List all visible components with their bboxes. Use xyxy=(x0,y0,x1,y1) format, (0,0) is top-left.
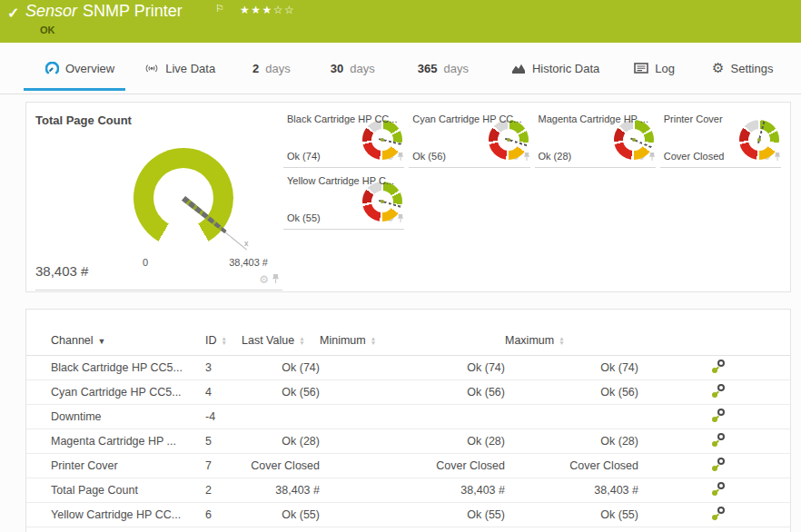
channel-settings-icon[interactable] xyxy=(711,360,725,373)
cell-actions xyxy=(638,502,790,527)
cell-last-value xyxy=(242,404,320,429)
col-header-minimum[interactable]: Minimum▲▼ xyxy=(320,326,505,355)
cell-channel: Cyan Cartridge HP CC5... xyxy=(26,379,205,404)
tab-historic-data[interactable]: Historic Data xyxy=(511,43,599,94)
sort-both-icon: ▲▼ xyxy=(222,336,227,345)
main-gauge-card: Total Page Count x 0 38,403 # 38,403 # ⚙ xyxy=(35,103,282,291)
col-header-id[interactable]: ID▲▼ xyxy=(205,326,242,355)
tab-30-days[interactable]: 30days xyxy=(331,43,375,94)
small-gauge-donut xyxy=(489,120,529,160)
tab-number: 2 xyxy=(252,62,259,75)
cell-id: 5 xyxy=(205,429,242,453)
cell-id: 4 xyxy=(205,379,242,404)
small-gauge-donut xyxy=(362,120,402,160)
cell-channel: Downtime xyxy=(26,404,205,429)
sort-both-icon: ▲▼ xyxy=(559,336,564,345)
cell-channel: Printer Cover xyxy=(26,453,205,478)
wrench-ring xyxy=(717,507,725,514)
gauge-value: 38,403 # xyxy=(35,263,88,279)
small-gauge-title: Yellow Cartridge HP C... xyxy=(287,175,394,186)
flag-icon[interactable]: ⚐ xyxy=(215,3,224,15)
cell-actions xyxy=(638,379,790,404)
small-gauge-value: Ok (28) xyxy=(539,151,572,162)
tab-log[interactable]: Log xyxy=(634,43,675,94)
cell-id: 7 xyxy=(205,453,242,478)
cell-actions xyxy=(638,429,790,453)
table-row-yellow-cartridge-hp-cc[interactable]: Yellow Cartridge HP CC...6Ok (55)Ok (55)… xyxy=(26,502,790,527)
wrench-ring xyxy=(717,433,725,440)
col-header-maximum[interactable]: Maximum▲▼ xyxy=(505,326,638,355)
gauge-card-printer-cover: Printer CoverCover Closed⚙ xyxy=(660,112,781,168)
small-gauges-grid: Black Cartridge HP CC...Ok (74)⚙Cyan Car… xyxy=(283,112,781,230)
pin-icon[interactable] xyxy=(272,271,280,288)
wrench-dot xyxy=(712,466,717,471)
wrench-ring xyxy=(717,409,725,416)
channel-settings-icon[interactable] xyxy=(711,433,725,447)
table-row-magenta-cartridge-hp[interactable]: Magenta Cartridge HP ...5Ok (28)Ok (28)O… xyxy=(26,429,790,453)
cell-last-value: Ok (74) xyxy=(242,355,320,379)
live-icon xyxy=(144,63,159,74)
table-header-row: Channel▼ID▲▼Last Value▲▼Minimum▲▼Maximum… xyxy=(26,326,790,355)
table-row-total-page-count[interactable]: Total Page Count238,403 #38,403 #38,403 … xyxy=(26,478,790,502)
wrench-dot xyxy=(712,392,717,398)
small-gauge-donut xyxy=(362,182,402,222)
cell-last-value: Ok (55) xyxy=(242,502,320,527)
col-label: Channel xyxy=(51,334,94,347)
cell-last-value: Ok (56) xyxy=(242,379,320,404)
cell-actions xyxy=(638,404,790,429)
table-row-black-cartridge-hp-cc5[interactable]: Black Cartridge HP CC5...3Ok (74)Ok (74)… xyxy=(26,355,790,379)
chart-icon xyxy=(511,63,526,74)
cell-channel: Black Cartridge HP CC5... xyxy=(26,355,205,379)
cell-id: 3 xyxy=(205,355,242,379)
tab-2-days[interactable]: 2days xyxy=(252,43,291,94)
table-row-cyan-cartridge-hp-cc5[interactable]: Cyan Cartridge HP CC5...4Ok (56)Ok (56)O… xyxy=(26,379,790,404)
tab-live-data[interactable]: Live Data xyxy=(144,43,215,94)
table-row-printer-cover[interactable]: Printer Cover7Cover ClosedCover ClosedCo… xyxy=(26,453,790,478)
small-gauge-value: Ok (74) xyxy=(287,151,321,162)
gauge-card-controls: ⚙ xyxy=(259,271,280,288)
cell-minimum: Ok (55) xyxy=(320,502,505,527)
col-header-channel[interactable]: Channel▼ xyxy=(26,326,205,355)
channels-panel: Channel▼ID▲▼Last Value▲▼Minimum▲▼Maximum… xyxy=(25,309,791,532)
cell-channel: Magenta Cartridge HP ... xyxy=(26,429,205,453)
cell-maximum: Ok (56) xyxy=(505,379,638,404)
tab-label: days xyxy=(350,62,374,75)
channel-settings-icon[interactable] xyxy=(711,507,725,520)
col-label: Minimum xyxy=(320,334,366,347)
col-header-last-value[interactable]: Last Value▲▼ xyxy=(242,326,320,355)
cell-minimum: Cover Closed xyxy=(320,453,505,478)
needle-hub-dot xyxy=(757,138,761,142)
gear-icon: ⚙ xyxy=(712,62,724,74)
col-label: Maximum xyxy=(505,334,554,347)
tab-settings[interactable]: ⚙Settings xyxy=(712,43,773,94)
cell-actions xyxy=(638,355,790,379)
channels-table: Channel▼ID▲▼Last Value▲▼Minimum▲▼Maximum… xyxy=(26,326,790,527)
status-check-icon: ✓ xyxy=(7,5,19,22)
sensor-status: OK xyxy=(40,25,55,35)
sensor-kind-label: Sensor xyxy=(25,2,77,20)
small-gauge-donut xyxy=(739,120,779,160)
channel-settings-icon[interactable] xyxy=(711,409,725,422)
sort-both-icon: ▲▼ xyxy=(299,336,304,345)
rating-stars[interactable]: ★★★☆☆ xyxy=(240,4,295,16)
table-row-downtime[interactable]: Downtime-4 xyxy=(26,404,790,429)
channel-settings-icon[interactable] xyxy=(711,458,725,471)
gauge-title: Total Page Count xyxy=(35,113,132,127)
tab-bar: OverviewLive Data2days30days365daysHisto… xyxy=(0,43,801,94)
cell-channel: Yellow Cartridge HP CC... xyxy=(26,502,205,527)
tab-number: 365 xyxy=(418,62,438,75)
channel-settings-icon[interactable] xyxy=(711,482,725,496)
gear-icon[interactable]: ⚙ xyxy=(259,275,269,284)
cell-id: 2 xyxy=(205,478,242,502)
cell-actions xyxy=(638,453,790,478)
cell-channel: Total Page Count xyxy=(26,478,205,502)
tab-label: days xyxy=(265,62,290,75)
cell-actions xyxy=(638,478,790,502)
channel-settings-icon[interactable] xyxy=(711,384,725,398)
sort-both-icon: ▲▼ xyxy=(371,336,376,345)
needle-x-marker: x xyxy=(244,239,249,248)
gauge-scale-max: 38,403 # xyxy=(229,257,268,268)
page-title: SensorSNMP Printer xyxy=(25,2,183,21)
tab-365-days[interactable]: 365days xyxy=(418,43,469,94)
tab-overview[interactable]: Overview xyxy=(45,43,114,94)
